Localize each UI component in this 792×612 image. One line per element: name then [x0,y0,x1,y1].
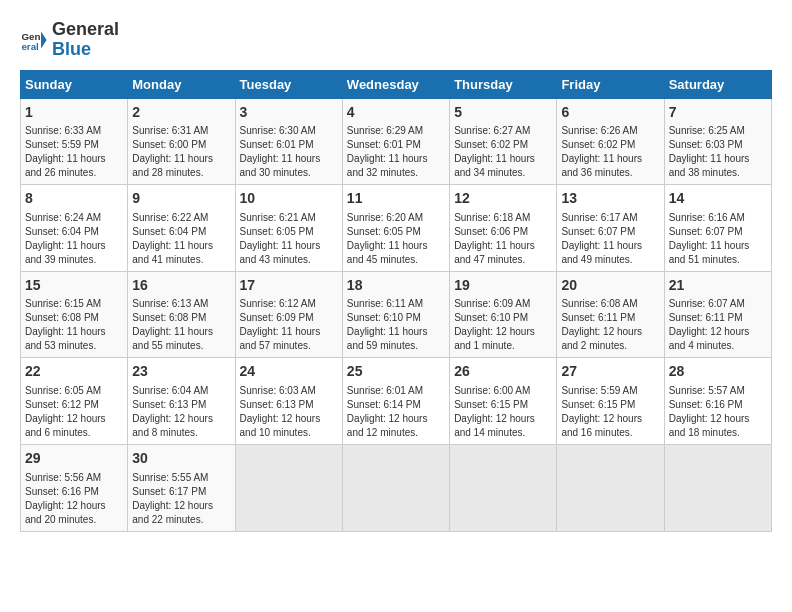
day-info: Sunrise: 6:18 AMSunset: 6:06 PMDaylight:… [454,211,552,267]
calendar-cell: 14Sunrise: 6:16 AMSunset: 6:07 PMDayligh… [664,185,771,272]
day-number: 2 [132,103,230,123]
calendar-cell: 11Sunrise: 6:20 AMSunset: 6:05 PMDayligh… [342,185,449,272]
calendar-cell: 24Sunrise: 6:03 AMSunset: 6:13 PMDayligh… [235,358,342,445]
calendar-cell: 23Sunrise: 6:04 AMSunset: 6:13 PMDayligh… [128,358,235,445]
day-info: Sunrise: 6:12 AMSunset: 6:09 PMDaylight:… [240,297,338,353]
calendar-cell [235,444,342,531]
calendar-row: 15Sunrise: 6:15 AMSunset: 6:08 PMDayligh… [21,271,772,358]
header-wednesday: Wednesday [342,70,449,98]
logo-text: General Blue [52,20,119,60]
day-info: Sunrise: 6:22 AMSunset: 6:04 PMDaylight:… [132,211,230,267]
day-number: 6 [561,103,659,123]
day-number: 22 [25,362,123,382]
header-sunday: Sunday [21,70,128,98]
calendar-row: 29Sunrise: 5:56 AMSunset: 6:16 PMDayligh… [21,444,772,531]
day-info: Sunrise: 6:24 AMSunset: 6:04 PMDaylight:… [25,211,123,267]
day-number: 10 [240,189,338,209]
day-info: Sunrise: 6:13 AMSunset: 6:08 PMDaylight:… [132,297,230,353]
day-info: Sunrise: 6:30 AMSunset: 6:01 PMDaylight:… [240,124,338,180]
calendar-cell: 27Sunrise: 5:59 AMSunset: 6:15 PMDayligh… [557,358,664,445]
calendar-cell [664,444,771,531]
calendar-cell: 13Sunrise: 6:17 AMSunset: 6:07 PMDayligh… [557,185,664,272]
day-info: Sunrise: 6:16 AMSunset: 6:07 PMDaylight:… [669,211,767,267]
calendar-cell [450,444,557,531]
day-number: 12 [454,189,552,209]
calendar-cell: 1Sunrise: 6:33 AMSunset: 5:59 PMDaylight… [21,98,128,185]
calendar-cell: 16Sunrise: 6:13 AMSunset: 6:08 PMDayligh… [128,271,235,358]
day-number: 18 [347,276,445,296]
day-number: 25 [347,362,445,382]
day-number: 20 [561,276,659,296]
calendar-cell: 12Sunrise: 6:18 AMSunset: 6:06 PMDayligh… [450,185,557,272]
day-number: 29 [25,449,123,469]
calendar-cell: 7Sunrise: 6:25 AMSunset: 6:03 PMDaylight… [664,98,771,185]
calendar-cell: 4Sunrise: 6:29 AMSunset: 6:01 PMDaylight… [342,98,449,185]
day-info: Sunrise: 6:01 AMSunset: 6:14 PMDaylight:… [347,384,445,440]
day-info: Sunrise: 6:21 AMSunset: 6:05 PMDaylight:… [240,211,338,267]
calendar-row: 1Sunrise: 6:33 AMSunset: 5:59 PMDaylight… [21,98,772,185]
calendar-cell: 2Sunrise: 6:31 AMSunset: 6:00 PMDaylight… [128,98,235,185]
header-monday: Monday [128,70,235,98]
header-friday: Friday [557,70,664,98]
day-info: Sunrise: 6:07 AMSunset: 6:11 PMDaylight:… [669,297,767,353]
svg-marker-2 [41,31,47,48]
day-number: 15 [25,276,123,296]
day-number: 16 [132,276,230,296]
svg-text:eral: eral [21,41,39,52]
day-number: 8 [25,189,123,209]
day-number: 21 [669,276,767,296]
day-number: 30 [132,449,230,469]
day-info: Sunrise: 6:26 AMSunset: 6:02 PMDaylight:… [561,124,659,180]
day-number: 7 [669,103,767,123]
calendar-cell: 26Sunrise: 6:00 AMSunset: 6:15 PMDayligh… [450,358,557,445]
calendar-cell: 18Sunrise: 6:11 AMSunset: 6:10 PMDayligh… [342,271,449,358]
calendar-cell: 20Sunrise: 6:08 AMSunset: 6:11 PMDayligh… [557,271,664,358]
calendar-cell: 19Sunrise: 6:09 AMSunset: 6:10 PMDayligh… [450,271,557,358]
day-info: Sunrise: 6:08 AMSunset: 6:11 PMDaylight:… [561,297,659,353]
calendar-cell: 8Sunrise: 6:24 AMSunset: 6:04 PMDaylight… [21,185,128,272]
calendar-cell: 15Sunrise: 6:15 AMSunset: 6:08 PMDayligh… [21,271,128,358]
calendar-cell [557,444,664,531]
header-thursday: Thursday [450,70,557,98]
day-number: 4 [347,103,445,123]
day-info: Sunrise: 6:31 AMSunset: 6:00 PMDaylight:… [132,124,230,180]
day-number: 27 [561,362,659,382]
calendar-cell: 28Sunrise: 5:57 AMSunset: 6:16 PMDayligh… [664,358,771,445]
calendar-cell: 3Sunrise: 6:30 AMSunset: 6:01 PMDaylight… [235,98,342,185]
day-info: Sunrise: 6:27 AMSunset: 6:02 PMDaylight:… [454,124,552,180]
day-number: 19 [454,276,552,296]
day-info: Sunrise: 6:17 AMSunset: 6:07 PMDaylight:… [561,211,659,267]
day-number: 23 [132,362,230,382]
day-number: 17 [240,276,338,296]
day-info: Sunrise: 6:00 AMSunset: 6:15 PMDaylight:… [454,384,552,440]
day-info: Sunrise: 6:04 AMSunset: 6:13 PMDaylight:… [132,384,230,440]
calendar-cell: 6Sunrise: 6:26 AMSunset: 6:02 PMDaylight… [557,98,664,185]
day-number: 11 [347,189,445,209]
day-number: 1 [25,103,123,123]
day-info: Sunrise: 5:57 AMSunset: 6:16 PMDaylight:… [669,384,767,440]
calendar-cell: 29Sunrise: 5:56 AMSunset: 6:16 PMDayligh… [21,444,128,531]
day-number: 28 [669,362,767,382]
day-number: 9 [132,189,230,209]
header-tuesday: Tuesday [235,70,342,98]
calendar-cell: 25Sunrise: 6:01 AMSunset: 6:14 PMDayligh… [342,358,449,445]
page-header: Gen eral General Blue [20,20,772,60]
day-number: 26 [454,362,552,382]
calendar-cell [342,444,449,531]
day-number: 14 [669,189,767,209]
calendar-cell: 9Sunrise: 6:22 AMSunset: 6:04 PMDaylight… [128,185,235,272]
day-info: Sunrise: 5:56 AMSunset: 6:16 PMDaylight:… [25,471,123,527]
calendar-row: 22Sunrise: 6:05 AMSunset: 6:12 PMDayligh… [21,358,772,445]
header-saturday: Saturday [664,70,771,98]
calendar-cell: 22Sunrise: 6:05 AMSunset: 6:12 PMDayligh… [21,358,128,445]
calendar-cell: 5Sunrise: 6:27 AMSunset: 6:02 PMDaylight… [450,98,557,185]
calendar-header-row: SundayMondayTuesdayWednesdayThursdayFrid… [21,70,772,98]
day-number: 3 [240,103,338,123]
logo-icon: Gen eral [20,26,48,54]
day-number: 13 [561,189,659,209]
day-info: Sunrise: 6:11 AMSunset: 6:10 PMDaylight:… [347,297,445,353]
calendar-row: 8Sunrise: 6:24 AMSunset: 6:04 PMDaylight… [21,185,772,272]
calendar-table: SundayMondayTuesdayWednesdayThursdayFrid… [20,70,772,532]
day-info: Sunrise: 6:33 AMSunset: 5:59 PMDaylight:… [25,124,123,180]
day-number: 24 [240,362,338,382]
